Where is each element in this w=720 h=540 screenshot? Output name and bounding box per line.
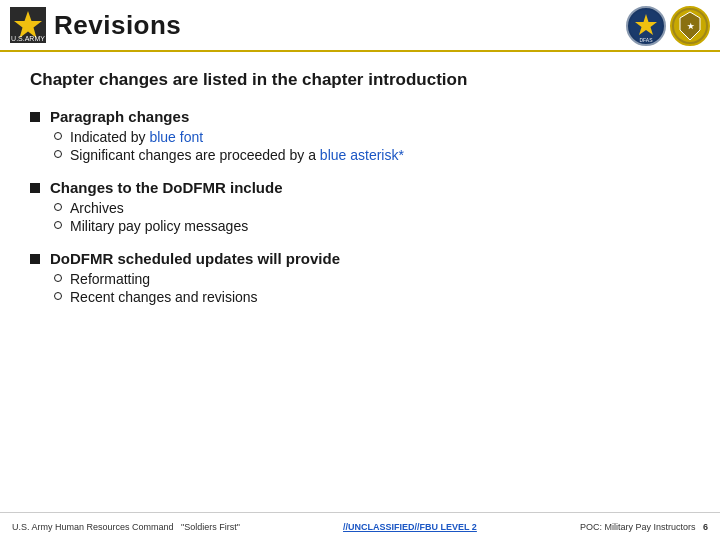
footer-poc-text: POC: Military Pay Instructors (580, 522, 696, 532)
header-left: U.S.ARMY Revisions (10, 7, 181, 43)
page-title: Revisions (54, 10, 181, 41)
footer: U.S. Army Human Resources Command "Soldi… (0, 512, 720, 540)
bullet-label-2: Changes to the DoDFMR include (50, 179, 283, 196)
sub-text-2-2: Military pay policy messages (70, 218, 248, 234)
sub-bullets-2: Archives Military pay policy messages (54, 200, 690, 234)
bullet-section-2: Changes to the DoDFMR include Archives M… (30, 179, 690, 234)
bullet-label-1: Paragraph changes (50, 108, 189, 125)
sub-circle-icon-3-2 (54, 292, 62, 300)
footer-poc: POC: Military Pay Instructors 6 (580, 522, 708, 532)
sub-circle-icon-1-2 (54, 150, 62, 158)
footer-classification: //UNCLASSIFIED//FBU LEVEL 2 (343, 522, 477, 532)
sub-circle-icon-1-1 (54, 132, 62, 140)
bullet-label-3: DoDFMR scheduled updates will provide (50, 250, 340, 267)
sub-text-1-1-before: Indicated by (70, 129, 149, 145)
bullet-main-3: DoDFMR scheduled updates will provide (30, 250, 690, 267)
header-right-logos: DFAS ★ (626, 6, 710, 46)
bullet-main-2: Changes to the DoDFMR include (30, 179, 690, 196)
sub-text-2-1: Archives (70, 200, 124, 216)
bullet-square-icon-2 (30, 183, 40, 193)
sub-text-1-1-blue: blue font (149, 129, 203, 145)
sub-bullet-3-1: Reformatting (54, 271, 690, 287)
sub-bullet-1-2: Significant changes are proceeded by a b… (54, 147, 690, 163)
sub-circle-icon-3-1 (54, 274, 62, 282)
bullet-section-3: DoDFMR scheduled updates will provide Re… (30, 250, 690, 305)
footer-org-name: U.S. Army Human Resources Command (12, 522, 174, 532)
chapter-heading: Chapter changes are listed in the chapte… (30, 70, 690, 90)
sub-text-1-2-before: Significant changes are proceeded by a (70, 147, 320, 163)
sub-bullet-1-1: Indicated by blue font (54, 129, 690, 145)
sub-bullet-2-2: Military pay policy messages (54, 218, 690, 234)
army-star-icon: U.S.ARMY (10, 7, 46, 43)
bullet-section-1: Paragraph changes Indicated by blue font… (30, 108, 690, 163)
sub-circle-icon-2-2 (54, 221, 62, 229)
sub-circle-icon-2-1 (54, 203, 62, 211)
sub-bullet-3-2: Recent changes and revisions (54, 289, 690, 305)
sub-bullets-1: Indicated by blue font Significant chang… (54, 129, 690, 163)
bullet-square-icon-1 (30, 112, 40, 122)
svg-text:DFAS: DFAS (639, 37, 653, 43)
footer-slogan: "Soldiers First" (181, 522, 240, 532)
shield-logo: ★ (670, 6, 710, 46)
footer-org: U.S. Army Human Resources Command "Soldi… (12, 522, 240, 532)
sub-bullet-2-1: Archives (54, 200, 690, 216)
sub-text-3-1: Reformatting (70, 271, 150, 287)
bullet-main-1: Paragraph changes (30, 108, 690, 125)
dfas-logo: DFAS (626, 6, 666, 46)
sub-text-3-2: Recent changes and revisions (70, 289, 258, 305)
bullet-square-icon-3 (30, 254, 40, 264)
svg-text:★: ★ (687, 22, 695, 31)
main-content: Chapter changes are listed in the chapte… (0, 52, 720, 331)
sub-bullets-3: Reformatting Recent changes and revision… (54, 271, 690, 305)
header: U.S.ARMY Revisions DFAS ★ (0, 0, 720, 52)
sub-text-1-2-blue: blue asterisk* (320, 147, 404, 163)
footer-page-number: 6 (703, 522, 708, 532)
svg-text:U.S.ARMY: U.S.ARMY (11, 35, 45, 42)
